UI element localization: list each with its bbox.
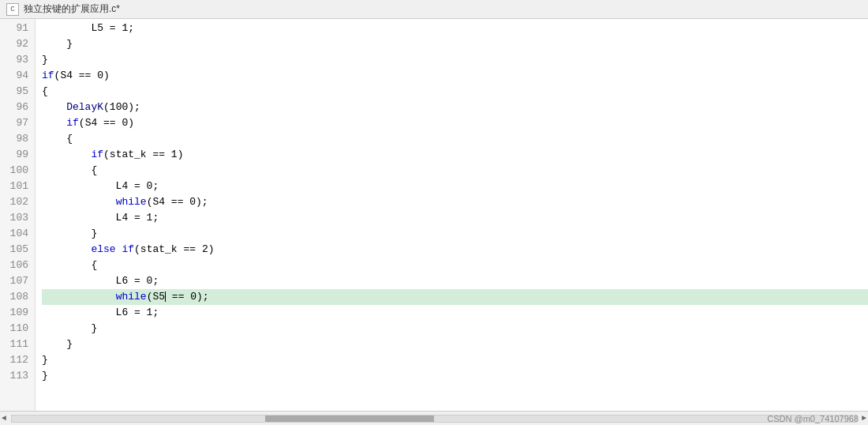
line-number: 96 bbox=[6, 100, 28, 115]
line-number: 97 bbox=[6, 115, 28, 131]
line-number: 98 bbox=[6, 131, 28, 147]
line-number: 99 bbox=[6, 147, 28, 163]
line-number: 112 bbox=[6, 352, 28, 368]
code-line: } bbox=[42, 321, 868, 337]
line-number: 95 bbox=[6, 84, 28, 100]
line-number: 104 bbox=[6, 226, 28, 242]
code-line: } bbox=[42, 226, 868, 242]
scroll-left-btn[interactable]: ◄ bbox=[0, 414, 8, 423]
editor-area: 9192939495969798991001011021031041051061… bbox=[0, 19, 868, 411]
watermark: CSDN @m0_74107968 bbox=[767, 414, 859, 423]
code-line: L5 = 1; bbox=[42, 21, 868, 36]
line-number: 91 bbox=[6, 21, 28, 36]
line-number: 107 bbox=[6, 273, 28, 289]
code-line: L4 = 0; bbox=[42, 179, 868, 194]
line-number: 111 bbox=[6, 337, 28, 352]
line-number: 102 bbox=[6, 194, 28, 210]
code-line: L4 = 1; bbox=[42, 210, 868, 226]
code-line: DelayK(100); bbox=[42, 100, 868, 115]
line-number: 105 bbox=[6, 242, 28, 258]
line-number: 101 bbox=[6, 179, 28, 194]
code-content[interactable]: L5 = 1; }}if(S4 == 0){ DelayK(100); if(S… bbox=[36, 19, 868, 411]
scroll-right-btn[interactable]: ► bbox=[860, 414, 868, 423]
scrollbar-area[interactable]: ◄ ► CSDN @m0_74107968 bbox=[0, 411, 868, 425]
code-line: else if(stat_k == 2) bbox=[42, 242, 868, 258]
code-line: } bbox=[42, 52, 868, 68]
code-line: { bbox=[42, 163, 868, 179]
code-line: while(S5 == 0); bbox=[42, 289, 868, 305]
scrollbar-track[interactable] bbox=[11, 415, 857, 423]
code-line: } bbox=[42, 352, 868, 368]
code-line: L6 = 0; bbox=[42, 273, 868, 289]
code-line: { bbox=[42, 131, 868, 147]
scrollbar-thumb[interactable] bbox=[265, 416, 434, 422]
title-bar: C 独立按键的扩展应用.c* bbox=[0, 0, 868, 19]
code-line: if(S4 == 0) bbox=[42, 68, 868, 84]
code-line: { bbox=[42, 258, 868, 273]
line-number: 108 bbox=[6, 289, 28, 305]
code-line: L6 = 1; bbox=[42, 305, 868, 321]
line-number: 92 bbox=[6, 36, 28, 52]
code-line: } bbox=[42, 36, 868, 52]
code-line: if(S4 == 0) bbox=[42, 115, 868, 131]
code-line: } bbox=[42, 337, 868, 352]
code-line: while(S4 == 0); bbox=[42, 194, 868, 210]
line-number: 100 bbox=[6, 163, 28, 179]
title-text: 独立按键的扩展应用.c* bbox=[24, 2, 120, 16]
line-number: 109 bbox=[6, 305, 28, 321]
line-number: 93 bbox=[6, 52, 28, 68]
line-number: 94 bbox=[6, 68, 28, 84]
code-line: { bbox=[42, 84, 868, 100]
line-numbers: 9192939495969798991001011021031041051061… bbox=[0, 19, 36, 411]
line-number: 103 bbox=[6, 210, 28, 226]
code-line: } bbox=[42, 368, 868, 384]
line-number: 106 bbox=[6, 258, 28, 273]
code-line: if(stat_k == 1) bbox=[42, 147, 868, 163]
line-number: 113 bbox=[6, 368, 28, 384]
file-icon: C bbox=[6, 3, 19, 16]
line-number: 110 bbox=[6, 321, 28, 337]
